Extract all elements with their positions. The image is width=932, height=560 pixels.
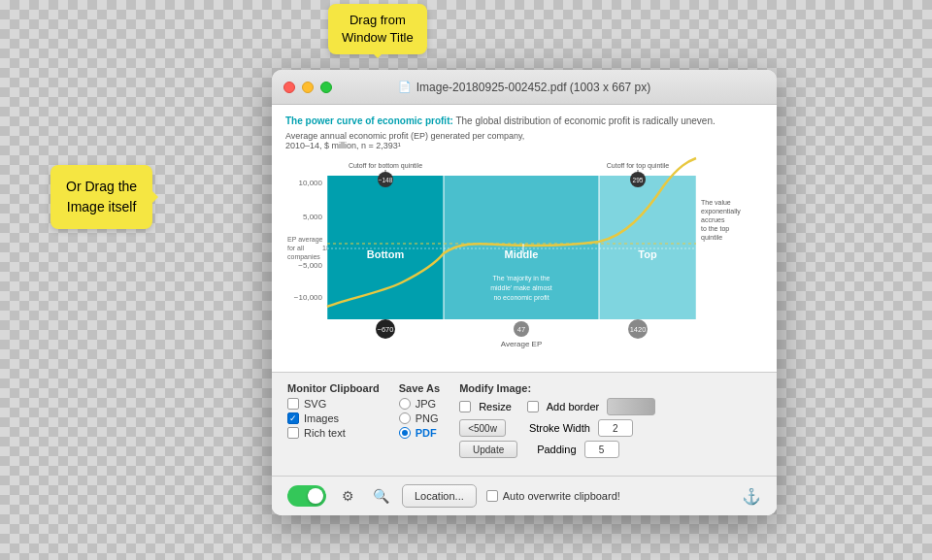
svg-text:5,000: 5,000 <box>303 213 323 221</box>
svg-text:quintile: quintile <box>701 234 722 242</box>
svg-text:middle' make almost: middle' make almost <box>490 284 552 291</box>
svg-text:295: 295 <box>633 177 644 183</box>
auto-overwrite-label: Auto overwrite clipboard! <box>503 490 620 502</box>
svg-text:Bottom: Bottom <box>367 248 405 260</box>
svg-text:−670: −670 <box>378 325 394 334</box>
svg-text:no economic profit: no economic profit <box>493 294 549 302</box>
chart-title: The power curve of economic profit: The … <box>285 115 763 128</box>
jpg-label: JPG <box>416 398 436 410</box>
pdf-radio[interactable] <box>399 427 411 439</box>
png-radio-row: PNG <box>399 412 440 424</box>
monitor-clipboard-group: Monitor Clipboard SVG ✓ Images Rich text <box>287 382 380 458</box>
titlebar: 📄 Image-20180925-002452.pdf (1003 x 667 … <box>272 70 777 105</box>
save-as-label: Save As <box>399 382 440 394</box>
svg-text:EP average: EP average <box>287 236 323 244</box>
tooltip-drag-image: Or Drag the Image itself <box>50 165 152 229</box>
update-button[interactable]: Update <box>459 441 517 458</box>
svg-rect-10 <box>599 176 696 319</box>
svg-text:Average EP: Average EP <box>501 340 543 348</box>
svg-text:for all: for all <box>287 245 305 251</box>
modify-controls: Resize Add border <500w Stroke Width 2 U… <box>459 398 655 458</box>
auto-overwrite-row: Auto overwrite clipboard! <box>486 490 620 502</box>
svg-checkbox[interactable] <box>287 398 299 410</box>
images-checkbox-row: ✓ Images <box>287 412 380 424</box>
maximize-button[interactable] <box>320 82 332 93</box>
svg-label: SVG <box>304 398 326 410</box>
svg-text:Middle: Middle <box>505 248 539 260</box>
jpg-radio[interactable] <box>399 398 411 410</box>
controls-section: Monitor Clipboard SVG ✓ Images Rich text <box>272 372 777 476</box>
richtext-label: Rich text <box>304 427 346 439</box>
svg-text:The value: The value <box>701 199 731 206</box>
svg-text:−5,000: −5,000 <box>298 261 322 270</box>
svg-text:Cutoff for top quintile: Cutoff for top quintile <box>607 162 670 170</box>
main-window: 📄 Image-20180925-002452.pdf (1003 x 667 … <box>272 70 777 515</box>
pdf-radio-row: PDF <box>399 427 440 439</box>
minimize-button[interactable] <box>302 82 314 93</box>
monitor-clipboard-label: Monitor Clipboard <box>287 382 380 394</box>
svg-text:10,000: 10,000 <box>299 179 323 187</box>
svg-text:exponentially: exponentially <box>701 208 741 215</box>
stroke-width-input[interactable]: 2 <box>598 419 633 437</box>
resize-label: Resize <box>479 401 512 412</box>
add-border-label: Add border <box>547 401 599 412</box>
padding-input[interactable]: 5 <box>584 441 619 458</box>
toggle-switch[interactable] <box>287 485 326 507</box>
svg-text:−148: −148 <box>379 177 393 183</box>
chart-content: The power curve of economic profit: The … <box>272 105 777 515</box>
svg-rect-8 <box>327 176 444 319</box>
pdf-label: PDF <box>416 427 437 439</box>
svg-text:accrues: accrues <box>701 216 725 223</box>
richtext-checkbox-row: Rich text <box>287 427 380 439</box>
add-border-checkbox[interactable] <box>527 401 539 412</box>
png-label: PNG <box>416 412 439 424</box>
update-row: Update Padding 5 <box>459 441 655 458</box>
window-title: 📄 Image-20180925-002452.pdf (1003 x 667 … <box>398 81 651 94</box>
chart-subtitle: Average annual economic profit (EP) gene… <box>285 131 763 150</box>
png-radio[interactable] <box>399 412 411 424</box>
close-button[interactable] <box>283 82 295 93</box>
svg-text:to the top: to the top <box>701 225 729 233</box>
auto-overwrite-checkbox[interactable] <box>486 490 498 502</box>
bottom-bar: ⚙ 🔍 Location... Auto overwrite clipboard… <box>272 476 777 515</box>
chart-container: The power curve of economic profit: The … <box>272 105 777 372</box>
location-button[interactable]: Location... <box>402 484 477 508</box>
richtext-checkbox[interactable] <box>287 427 299 439</box>
resize-checkbox[interactable] <box>459 401 471 412</box>
images-checkbox[interactable]: ✓ <box>287 412 299 424</box>
gear-icon[interactable]: ⚙ <box>336 484 359 508</box>
traffic-lights <box>283 82 332 93</box>
size-row: <500w Stroke Width 2 <box>459 419 655 437</box>
images-label: Images <box>304 412 339 424</box>
save-as-group: Save As JPG PNG PDF <box>399 382 440 458</box>
file-icon: 📄 <box>398 81 412 93</box>
modify-image-label: Modify Image: <box>459 382 655 394</box>
size-500-button[interactable]: <500w <box>459 419 506 437</box>
border-color-swatch[interactable] <box>607 398 655 415</box>
controls-row: Monitor Clipboard SVG ✓ Images Rich text <box>287 382 761 458</box>
svg-text:Cutoff for bottom quintile: Cutoff for bottom quintile <box>349 162 422 170</box>
jpg-radio-row: JPG <box>399 398 440 410</box>
svg-text:1420: 1420 <box>630 325 647 334</box>
tooltip-drag-title: Drag from Window Title <box>328 4 427 54</box>
modify-image-group: Modify Image: Resize Add border <500w St… <box>459 382 655 458</box>
chart-visualization: 10,000 5,000 −5,000 −10,000 EP average f… <box>285 156 763 364</box>
svg-checkbox-row: SVG <box>287 398 380 410</box>
svg-text:companies: companies <box>287 253 320 261</box>
svg-text:Top: Top <box>638 248 657 260</box>
padding-label: Padding <box>537 444 576 455</box>
stroke-width-label: Stroke Width <box>529 422 590 434</box>
resize-row: Resize Add border <box>459 398 655 415</box>
anchor-icon[interactable]: ⚓ <box>742 487 761 506</box>
search-icon[interactable]: 🔍 <box>369 484 392 508</box>
svg-text:47: 47 <box>517 325 525 334</box>
svg-text:−10,000: −10,000 <box>294 293 323 302</box>
svg-text:The 'majority in the: The 'majority in the <box>493 275 550 282</box>
